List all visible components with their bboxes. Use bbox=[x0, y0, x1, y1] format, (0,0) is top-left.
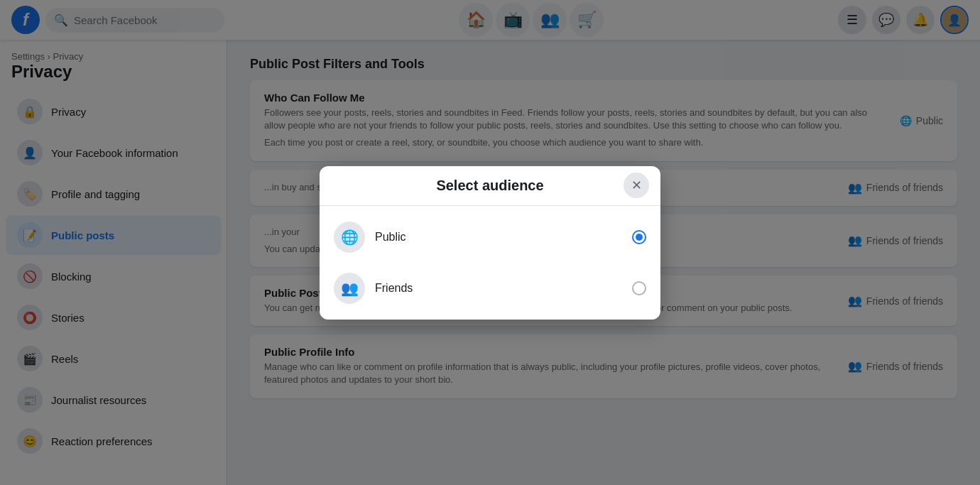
public-radio-inner bbox=[636, 234, 643, 241]
audience-option-friends[interactable]: 👥 Friends bbox=[320, 263, 660, 314]
friends-audience-icon: 👥 bbox=[334, 273, 365, 304]
modal-close-button[interactable]: ✕ bbox=[624, 173, 649, 198]
friends-radio[interactable] bbox=[632, 281, 646, 295]
select-audience-modal: Select audience ✕ 🌐 Public 👥 Frie bbox=[320, 166, 660, 320]
modal-title: Select audience bbox=[436, 178, 543, 194]
audience-option-public-label: Public bbox=[375, 231, 406, 244]
audience-option-public[interactable]: 🌐 Public bbox=[320, 212, 660, 263]
public-audience-icon: 🌐 bbox=[334, 222, 365, 253]
modal-header: Select audience ✕ bbox=[320, 166, 660, 206]
modal-body: 🌐 Public 👥 Friends bbox=[320, 206, 660, 320]
close-icon: ✕ bbox=[631, 178, 642, 193]
public-radio[interactable] bbox=[632, 230, 646, 244]
audience-option-friends-label: Friends bbox=[375, 282, 413, 295]
audience-option-public-left: 🌐 Public bbox=[334, 222, 406, 253]
audience-option-friends-left: 👥 Friends bbox=[334, 273, 413, 304]
modal-overlay[interactable]: Select audience ✕ 🌐 Public 👥 Frie bbox=[0, 0, 980, 485]
